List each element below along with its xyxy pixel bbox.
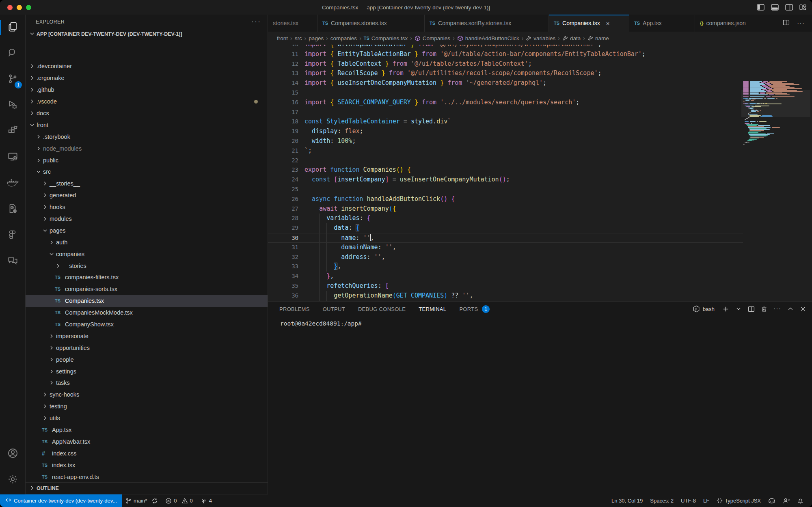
tree-item-companiesmockmode.tsx[interactable]: TSCompaniesMockMode.tsx [26,307,268,319]
activity-remote-explorer[interactable] [0,145,25,170]
tree-item-appnavbar.tsx[interactable]: TSAppNavbar.tsx [26,436,268,448]
problems-status[interactable]: 00 [162,494,196,507]
panel-tab-debug-console[interactable]: DEBUG CONSOLE [358,302,406,316]
activity-extensions[interactable] [0,119,25,145]
tree-item-companies-sorts.tsx[interactable]: TScompanies-sorts.tsx [26,283,268,295]
section-outline[interactable]: OUTLINE [26,482,268,494]
tree-item-auth[interactable]: auth [26,236,268,248]
code-line-27[interactable]: 27 await insertCompany({ [268,204,743,214]
editor-more-actions-icon[interactable]: ··· [797,19,805,27]
activity-dev-containers[interactable] [0,196,25,222]
code-line-22[interactable]: 22 [268,156,743,166]
code-line-25[interactable]: 25 [268,185,743,194]
maximize-panel-icon[interactable] [787,306,794,312]
activity-accounts[interactable] [0,441,25,467]
explorer-more-actions-icon[interactable]: ··· [251,17,261,26]
close-window-button[interactable] [7,5,13,10]
code-line-16[interactable]: 16import { SEARCH_COMPANY_QUERY } from '… [268,98,743,108]
tree-item-hooks[interactable]: hooks [26,201,268,213]
tree-item-generated[interactable]: generated [26,190,268,201]
tree-item-settings[interactable]: settings [26,365,268,377]
language-mode-status[interactable]: TypeScript JSX [713,494,764,507]
toggle-sidebar-icon[interactable] [757,4,764,11]
terminal-shell-selector[interactable]: bash [693,305,715,313]
tree-item-.storybook[interactable]: .storybook [26,131,268,142]
tree-item-public[interactable]: public [26,154,268,166]
tree-item-.github[interactable]: .github [26,84,268,96]
copilot-status[interactable] [764,494,779,507]
code-line-35[interactable]: 35 refetchQueries: [ [268,281,743,291]
notifications-bell-status[interactable] [794,494,807,507]
code-line-10[interactable]: 10import { WithTopBarContainer } from '@… [268,45,743,50]
code-line-11[interactable]: 11import { EntityTableActionBar } from '… [268,50,743,59]
code-line-29[interactable]: 29 data: { [268,223,743,233]
activity-comments[interactable] [0,248,25,274]
panel-more-actions-icon[interactable]: ··· [773,305,781,313]
tree-item-companies.tsx[interactable]: TSCompanies.tsx [26,295,268,307]
activity-run-debug[interactable] [0,93,25,119]
code-line-30[interactable]: 30 name: '', [268,233,743,243]
indent-status[interactable]: Spaces: 2 [646,494,677,507]
breadcrumb-variables[interactable]: variables [526,35,555,41]
code-line-26[interactable]: 26 async function handleAddButtonClick()… [268,194,743,204]
code-line-20[interactable]: 20 width: 100%; [268,136,743,146]
tree-item-app.tsx[interactable]: TSApp.tsx [26,424,268,436]
git-branch-status[interactable]: main* [122,494,162,507]
customize-layout-icon[interactable] [799,4,806,11]
eol-status[interactable]: LF [700,494,713,507]
activity-docker[interactable] [0,170,25,196]
breadcrumb-src[interactable]: src [295,35,302,41]
tree-item-tasks[interactable]: tasks [26,377,268,389]
tree-item-pages[interactable]: pages [26,224,268,236]
forwarded-ports-status[interactable]: 4 [197,494,216,507]
panel-tab-output[interactable]: OUTPUT [323,302,345,316]
tree-item-.devcontainer[interactable]: .devcontainer [26,60,268,72]
breadcrumb-handleaddbuttonclick[interactable]: handleAddButtonClick [457,35,519,41]
breadcrumb-companies[interactable]: companies [330,35,357,41]
close-panel-icon[interactable] [800,306,806,312]
code-line-24[interactable]: 24 const [insertCompany] = useInsertOneC… [268,175,743,185]
activity-explorer[interactable] [0,15,25,41]
tree-item-docs[interactable]: docs [26,108,268,119]
panel-tab-problems[interactable]: PROBLEMS [279,302,310,316]
minimap[interactable] [743,45,806,301]
breadcrumb-name[interactable]: name [587,35,609,41]
tree-item-index.css[interactable]: #index.css [26,447,268,459]
tree-item-.ergomake[interactable]: .ergomake [26,72,268,84]
code-line-12[interactable]: 12import { TableContext } from '@/ui/tab… [268,59,743,69]
tree-item-utils[interactable]: utils [26,412,268,424]
line-col-status[interactable]: Ln 30, Col 19 [608,494,646,507]
code-line-28[interactable]: 28 variables: { [268,214,743,223]
panel-tab-terminal[interactable]: TERMINAL [419,302,446,316]
sync-icon[interactable] [151,498,158,504]
toggle-secondary-sidebar-icon[interactable] [785,4,793,11]
toggle-panel-icon[interactable] [771,4,779,11]
tree-item-impersonate[interactable]: impersonate [26,330,268,342]
terminal-output[interactable]: root@0a42ecd84891:/app# [268,316,812,494]
new-terminal-icon[interactable] [722,306,729,313]
split-editor-icon[interactable] [783,19,790,28]
code-line-36[interactable]: 36 getOperationName(GET_COMPANIES) ?? ''… [268,291,743,301]
tree-item-node-modules[interactable]: node_modules [26,142,268,154]
zoom-window-button[interactable] [26,5,31,10]
code-line-21[interactable]: 21`; [268,146,743,156]
tree-item-companies[interactable]: companies [26,248,268,260]
tree-item--stories-[interactable]: __stories__ [26,178,268,190]
launch-profile-dropdown-icon[interactable] [735,306,742,312]
tree-item-front[interactable]: front [26,119,268,131]
tab-companies.tsx[interactable]: TSCompanies.tsx× [549,15,629,32]
code-line-32[interactable]: 32 address: '', [268,252,743,262]
code-line-13[interactable]: 13import { RecoilScope } from '@/ui/util… [268,69,743,78]
tree-item-people[interactable]: people [26,354,268,365]
tree-item--stories-[interactable]: __stories__ [26,260,268,272]
code-line-19[interactable]: 19 display: flex; [268,127,743,136]
code-line-23[interactable]: 23export function Companies() { [268,165,743,175]
tab-companies.json[interactable]: {}companies.json [695,15,763,32]
encoding-status[interactable]: UTF-8 [677,494,700,507]
breadcrumb-companies.tsx[interactable]: TSCompanies.tsx [364,35,408,41]
activity-figma[interactable] [0,222,25,248]
workspace-section-header[interactable]: APP [CONTAINER DEV-TWENTY-DEV (DEV-TWENT… [26,29,268,39]
breadcrumb-data[interactable]: data [562,35,581,41]
tree-item-testing[interactable]: testing [26,401,268,412]
activity-settings[interactable] [0,467,25,493]
